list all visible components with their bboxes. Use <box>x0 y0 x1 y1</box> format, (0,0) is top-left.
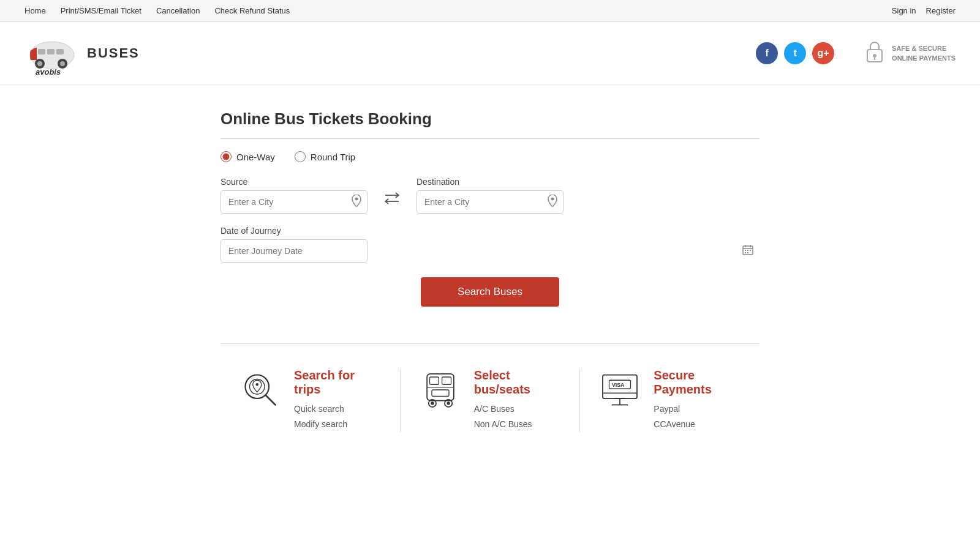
destination-label: Destination <box>417 177 564 187</box>
one-way-option[interactable]: One-Way <box>221 151 275 162</box>
svg-line-25 <box>266 395 276 405</box>
round-trip-option[interactable]: Round Trip <box>295 151 355 162</box>
svg-rect-31 <box>432 390 449 397</box>
site-header: ayobis BUSES f t g+ SAFE & SECURE ONLINE… <box>0 22 980 85</box>
facebook-icon[interactable]: f <box>756 42 778 64</box>
source-dest-row: Source Destination <box>221 177 760 214</box>
svg-point-10 <box>873 54 876 58</box>
svg-rect-1 <box>38 49 45 54</box>
svg-point-35 <box>447 401 450 405</box>
svg-text:VISA: VISA <box>612 382 625 388</box>
svg-rect-20 <box>750 250 751 251</box>
date-group: Date of Journey <box>221 226 760 263</box>
search-trips-icon <box>239 368 282 413</box>
svg-rect-14 <box>743 246 753 255</box>
svg-point-7 <box>60 61 65 66</box>
source-input[interactable] <box>221 190 368 214</box>
signin-link[interactable]: Sign in <box>892 6 916 15</box>
source-label: Source <box>221 177 368 187</box>
svg-point-5 <box>37 61 42 66</box>
feature-select-bus: Select bus/seats A/C Buses Non A/C Buses <box>401 368 581 432</box>
svg-rect-3 <box>56 49 64 54</box>
svg-text:ayobis: ayobis <box>36 67 61 75</box>
brand-label: BUSES <box>87 45 140 61</box>
trip-type-selector: One-Way Round Trip <box>221 151 760 162</box>
feature-secure-pay: VISA Secure Payments Paypal CCAvenue <box>580 368 760 432</box>
nav-cancellation[interactable]: Cancellation <box>156 6 200 15</box>
auth-links: Sign in Register <box>892 6 956 15</box>
features-section: Search for trips Quick search Modify sea… <box>221 343 760 457</box>
secure-payment-area: SAFE & SECURE ONLINE PAYMENTS <box>865 40 956 67</box>
feature-secure-pay-line2: CCAvenue <box>654 417 741 432</box>
feature-select-bus-line1: A/C Buses <box>474 401 562 417</box>
round-trip-radio[interactable] <box>295 151 306 162</box>
logo-area: ayobis BUSES <box>24 32 140 75</box>
register-link[interactable]: Register <box>926 6 956 15</box>
destination-group: Destination <box>417 177 564 214</box>
nav-print[interactable]: Print/SMS/Email Ticket <box>61 6 141 15</box>
calendar-icon <box>742 244 753 258</box>
date-input[interactable] <box>221 239 368 263</box>
svg-point-33 <box>431 401 434 405</box>
date-input-wrapper <box>221 239 760 263</box>
svg-rect-19 <box>747 250 748 251</box>
feature-secure-pay-text: Secure Payments Paypal CCAvenue <box>654 368 741 432</box>
secure-pay-icon: VISA <box>598 368 641 413</box>
lock-icon <box>865 40 884 67</box>
feature-secure-pay-title: Secure Payments <box>654 368 741 397</box>
svg-rect-2 <box>47 49 55 54</box>
nav-refund[interactable]: Check Refund Status <box>214 6 290 15</box>
svg-rect-21 <box>745 252 746 253</box>
top-nav: Home Print/SMS/Email Ticket Cancellation… <box>0 0 980 22</box>
title-divider <box>221 138 760 139</box>
source-group: Source <box>221 177 368 214</box>
feature-select-bus-line2: Non A/C Buses <box>474 417 562 432</box>
select-bus-icon <box>419 368 462 413</box>
main-content: Online Bus Tickets Booking One-Way Round… <box>196 110 784 457</box>
swap-button[interactable] <box>380 187 404 212</box>
nav-home[interactable]: Home <box>24 6 46 15</box>
svg-rect-29 <box>442 377 451 384</box>
feature-select-bus-text: Select bus/seats A/C Buses Non A/C Buses <box>474 368 562 432</box>
twitter-icon[interactable]: t <box>784 42 806 64</box>
destination-input[interactable] <box>417 190 564 214</box>
svg-rect-18 <box>745 250 746 251</box>
one-way-radio[interactable] <box>221 151 232 162</box>
search-btn-row: Search Buses <box>221 277 760 307</box>
feature-search-trips-line2: Modify search <box>294 417 382 432</box>
secure-text: SAFE & SECURE ONLINE PAYMENTS <box>892 43 956 64</box>
nav-links: Home Print/SMS/Email Ticket Cancellation… <box>24 6 290 15</box>
one-way-label: One-Way <box>236 152 275 162</box>
date-label: Date of Journey <box>221 226 760 236</box>
svg-rect-28 <box>429 377 439 384</box>
feature-search-trips-line1: Quick search <box>294 401 382 417</box>
feature-search-trips-title: Search for trips <box>294 368 382 397</box>
source-input-wrapper <box>221 190 368 214</box>
svg-point-26 <box>256 383 258 386</box>
social-icons: f t g+ SAFE & SECURE ONLINE PAYMENTS <box>756 40 956 67</box>
svg-rect-22 <box>747 252 748 253</box>
round-trip-label: Round Trip <box>311 152 355 162</box>
feature-search-trips: Search for trips Quick search Modify sea… <box>221 368 401 432</box>
feature-search-trips-text: Search for trips Quick search Modify sea… <box>294 368 382 432</box>
page-title: Online Bus Tickets Booking <box>221 110 760 129</box>
feature-select-bus-title: Select bus/seats <box>474 368 562 397</box>
destination-input-wrapper <box>417 190 564 214</box>
feature-secure-pay-line1: Paypal <box>654 401 741 417</box>
search-buses-button[interactable]: Search Buses <box>421 277 559 307</box>
googleplus-icon[interactable]: g+ <box>812 42 834 64</box>
logo-image: ayobis <box>24 32 80 75</box>
